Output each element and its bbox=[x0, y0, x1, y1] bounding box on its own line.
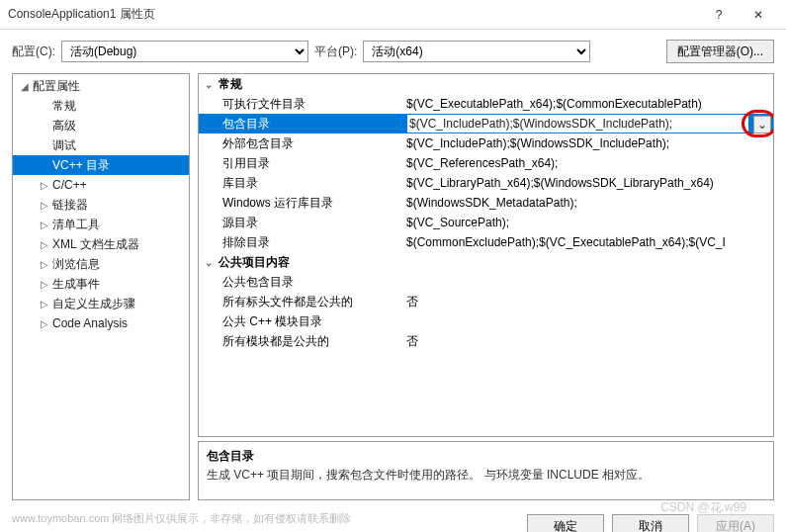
platform-label: 平台(P): bbox=[314, 44, 357, 60]
property-value[interactable]: $(VC_SourcePath); bbox=[406, 216, 773, 229]
property-value[interactable]: $(VC_IncludePath);$(WindowsSDK_IncludePa… bbox=[406, 114, 749, 133]
tree-item-label: 浏览信息 bbox=[52, 256, 100, 273]
chevron-down-icon: ⌄ bbox=[757, 118, 767, 132]
property-row[interactable]: 引用目录$(VC_ReferencesPath_x64); bbox=[199, 153, 773, 173]
property-row[interactable]: 包含目录$(VC_IncludePath);$(WindowsSDK_Inclu… bbox=[199, 114, 773, 133]
help-button[interactable]: ? bbox=[699, 1, 739, 29]
property-label: 排除目录 bbox=[199, 234, 406, 251]
property-label: 源目录 bbox=[199, 215, 406, 231]
expand-icon: ▷ bbox=[41, 200, 52, 211]
tree-item-label: 链接器 bbox=[52, 197, 88, 214]
tree-item[interactable]: ▷生成事件 bbox=[13, 274, 189, 294]
property-row[interactable]: 公共包含目录 bbox=[199, 272, 773, 292]
tree-item[interactable]: ▷浏览信息 bbox=[13, 254, 189, 274]
property-label: 所有模块都是公共的 bbox=[199, 333, 406, 350]
cancel-button[interactable]: 取消 bbox=[612, 514, 689, 532]
close-button[interactable]: ✕ bbox=[739, 1, 778, 29]
description-panel: 包含目录 生成 VC++ 项目期间，搜索包含文件时使用的路径。 与环境变量 IN… bbox=[198, 441, 774, 500]
tree-item[interactable]: ▷链接器 bbox=[13, 195, 189, 215]
tree-item-label: 调试 bbox=[52, 137, 76, 154]
property-row[interactable]: 排除目录$(CommonExcludePath);$(VC_Executable… bbox=[199, 232, 773, 252]
watermark-csdn: CSDN @花.w99 bbox=[660, 499, 746, 516]
group-header[interactable]: ⌄公共项目内容 bbox=[199, 252, 773, 272]
property-grid[interactable]: ⌄常规可执行文件目录$(VC_ExecutablePath_x64);$(Com… bbox=[198, 73, 774, 437]
property-value[interactable]: 否 bbox=[406, 333, 773, 350]
tree-item-label: 常规 bbox=[52, 98, 76, 115]
tree-root[interactable]: ◢ 配置属性 bbox=[13, 76, 189, 96]
property-label: 库目录 bbox=[199, 175, 406, 192]
tree-item-label: C/C++ bbox=[52, 178, 87, 192]
config-select[interactable]: 活动(Debug) bbox=[61, 41, 308, 62]
config-label: 配置(C): bbox=[12, 44, 55, 60]
property-row[interactable]: Windows 运行库目录$(WindowsSDK_MetadataPath); bbox=[199, 193, 773, 213]
property-label: 包含目录 bbox=[199, 116, 406, 133]
tree-item[interactable]: ▷C/C++ bbox=[13, 175, 189, 195]
property-row[interactable]: 所有模块都是公共的否 bbox=[199, 331, 773, 351]
tree-item-label: 高级 bbox=[52, 118, 76, 134]
tree-item[interactable]: ▷自定义生成步骤 bbox=[13, 294, 189, 313]
collapse-icon: ◢ bbox=[21, 81, 33, 92]
property-row[interactable]: 所有标头文件都是公共的否 bbox=[199, 292, 773, 311]
tree-item[interactable]: 调试 bbox=[13, 135, 189, 155]
tree-item-label: 清单工具 bbox=[52, 217, 100, 233]
platform-select[interactable]: 活动(x64) bbox=[363, 41, 590, 62]
titlebar: ConsoleApplication1 属性页 ? ✕ bbox=[0, 0, 786, 30]
nav-tree[interactable]: ◢ 配置属性 常规高级调试VC++ 目录▷C/C++▷链接器▷清单工具▷XML … bbox=[12, 73, 190, 500]
watermark-footer: www.toymoban.com 网络图片仅供展示，非存储，如有侵权请联系删除 bbox=[12, 511, 351, 526]
property-value[interactable]: 否 bbox=[406, 294, 773, 310]
property-label: 外部包含目录 bbox=[199, 135, 406, 152]
expand-icon: ▷ bbox=[41, 239, 52, 250]
property-row[interactable]: 源目录$(VC_SourcePath); bbox=[199, 213, 773, 232]
property-value[interactable]: $(WindowsSDK_MetadataPath); bbox=[406, 196, 773, 210]
property-value[interactable]: $(VC_ReferencesPath_x64); bbox=[406, 156, 773, 170]
description-title: 包含目录 bbox=[207, 448, 765, 465]
property-value[interactable]: $(VC_LibraryPath_x64);$(WindowsSDK_Libra… bbox=[406, 176, 773, 190]
collapse-icon: ⌄ bbox=[205, 257, 218, 268]
group-name: 常规 bbox=[218, 76, 242, 93]
tree-item[interactable]: VC++ 目录 bbox=[13, 155, 189, 175]
property-value[interactable]: $(VC_IncludePath);$(WindowsSDK_IncludePa… bbox=[406, 136, 773, 150]
ok-button[interactable]: 确定 bbox=[527, 514, 604, 532]
property-label: 公共包含目录 bbox=[199, 274, 406, 291]
expand-icon: ▷ bbox=[41, 299, 52, 310]
group-header[interactable]: ⌄常规 bbox=[199, 74, 773, 94]
property-row[interactable]: 库目录$(VC_LibraryPath_x64);$(WindowsSDK_Li… bbox=[199, 173, 773, 193]
property-label: 所有标头文件都是公共的 bbox=[199, 294, 406, 310]
tree-item[interactable]: 常规 bbox=[13, 96, 189, 116]
property-row[interactable]: 可执行文件目录$(VC_ExecutablePath_x64);$(Common… bbox=[199, 94, 773, 114]
apply-button[interactable]: 应用(A) bbox=[697, 514, 774, 532]
tree-item[interactable]: 高级 bbox=[13, 116, 189, 135]
property-label: 公共 C++ 模块目录 bbox=[199, 313, 406, 330]
config-manager-button[interactable]: 配置管理器(O)... bbox=[666, 40, 774, 63]
property-value[interactable]: $(CommonExcludePath);$(VC_ExecutablePath… bbox=[406, 235, 773, 249]
tree-item[interactable]: ▷清单工具 bbox=[13, 215, 189, 234]
group-name: 公共项目内容 bbox=[218, 254, 290, 271]
property-row[interactable]: 公共 C++ 模块目录 bbox=[199, 311, 773, 331]
property-label: 可执行文件目录 bbox=[199, 96, 406, 113]
tree-item[interactable]: ▷Code Analysis bbox=[13, 313, 189, 333]
property-value[interactable]: $(VC_ExecutablePath_x64);$(CommonExecuta… bbox=[406, 97, 773, 111]
toolbar: 配置(C): 活动(Debug) 平台(P): 活动(x64) 配置管理器(O)… bbox=[0, 30, 786, 73]
collapse-icon: ⌄ bbox=[205, 79, 218, 90]
property-row[interactable]: 外部包含目录$(VC_IncludePath);$(WindowsSDK_Inc… bbox=[199, 133, 773, 153]
window-title: ConsoleApplication1 属性页 bbox=[8, 6, 699, 23]
tree-item-label: VC++ 目录 bbox=[52, 157, 110, 174]
tree-item-label: 自定义生成步骤 bbox=[52, 296, 135, 312]
tree-item-label: Code Analysis bbox=[52, 316, 128, 330]
expand-icon: ▷ bbox=[41, 318, 52, 329]
expand-icon: ▷ bbox=[41, 220, 52, 230]
property-label: 引用目录 bbox=[199, 155, 406, 172]
tree-item[interactable]: ▷XML 文档生成器 bbox=[13, 234, 189, 254]
expand-icon: ▷ bbox=[41, 180, 52, 191]
property-label: Windows 运行库目录 bbox=[199, 195, 406, 212]
expand-icon: ▷ bbox=[41, 259, 52, 270]
description-text: 生成 VC++ 项目期间，搜索包含文件时使用的路径。 与环境变量 INCLUDE… bbox=[207, 467, 765, 484]
tree-item-label: XML 文档生成器 bbox=[52, 236, 139, 253]
tree-item-label: 生成事件 bbox=[52, 276, 100, 293]
value-dropdown-button[interactable]: ⌄ bbox=[753, 116, 771, 133]
expand-icon: ▷ bbox=[41, 279, 52, 290]
